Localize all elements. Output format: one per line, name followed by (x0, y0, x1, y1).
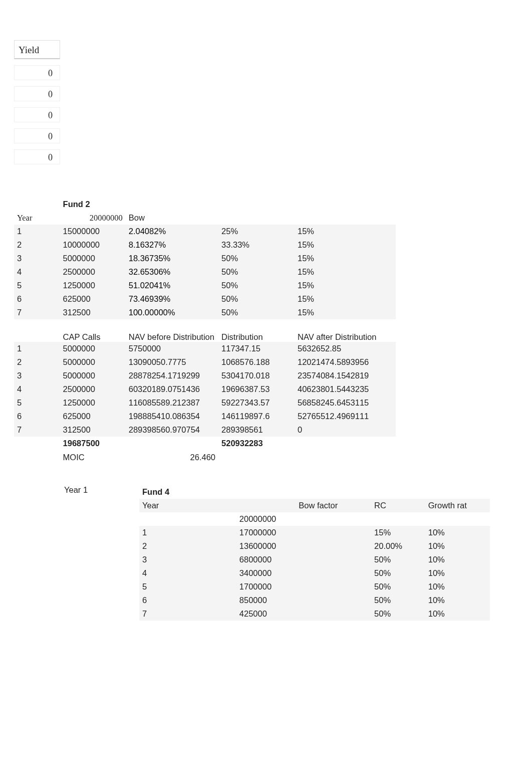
hdr-navb: NAV before Distribution (126, 327, 218, 342)
fund2-top-value: 20000000 (60, 211, 126, 225)
fund4-bow-header: Bow factor (296, 499, 371, 512)
hdr-dist: Distribution (218, 327, 295, 342)
moic-value: 26.460 (126, 450, 218, 464)
fund2-section: Fund 2 Year 20000000 Bow 1 15000000 2.04… (14, 198, 396, 464)
cell-c2: 15% (295, 225, 396, 238)
fund2-year-header: Year (14, 211, 60, 225)
yield-cell: 0 (14, 149, 60, 164)
total-cap: 19687500 (60, 437, 126, 450)
yield-cell: 0 (14, 65, 60, 80)
cell-bow: 2.04082% (126, 225, 218, 238)
fund4-year-header: Year (139, 499, 236, 512)
cell-year: 1 (14, 225, 60, 238)
fund2-title: Fund 2 (60, 198, 126, 211)
fund4-growth-header: Growth rat (425, 499, 490, 512)
fund2-bow-header: Bow (126, 211, 218, 225)
cell-val: 15000000 (60, 225, 126, 238)
yield-block: Yield 0 0 0 0 0 (14, 40, 60, 164)
yield-cell: 0 (14, 128, 60, 143)
total-dist: 520932283 (218, 437, 295, 450)
fund4-rc-header: RC (371, 499, 425, 512)
fund4-title: Fund 4 (139, 485, 236, 499)
yield-cell: 0 (14, 86, 60, 101)
moic-label: MOIC (60, 450, 126, 464)
fund2-table-top: Fund 2 Year 20000000 Bow 1 15000000 2.04… (14, 198, 396, 464)
year1-label: Year 1 (64, 485, 88, 495)
cell-c1: 25% (218, 225, 295, 238)
yield-cell: 0 (14, 107, 60, 122)
fund4-section: Year 1 Fund 4 Year Bow factor RC Growth … (64, 485, 515, 621)
fund4-table: Fund 4 Year Bow factor RC Growth rat 200… (139, 485, 490, 621)
hdr-cap: CAP Calls (60, 327, 126, 342)
hdr-nava: NAV after Distribution (295, 327, 396, 342)
yield-header: Yield (14, 40, 60, 59)
fund4-top-value: 20000000 (236, 512, 296, 526)
